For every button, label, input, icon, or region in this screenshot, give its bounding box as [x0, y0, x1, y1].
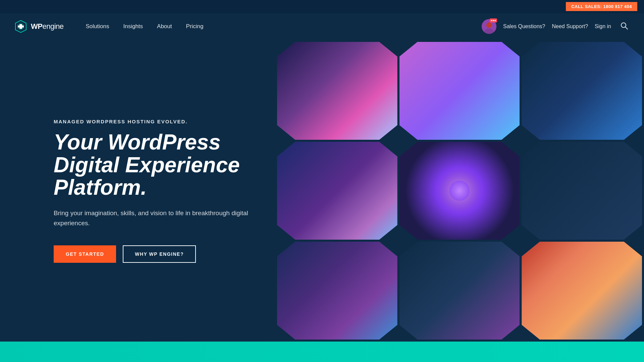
search-button[interactable]: [618, 19, 631, 34]
hero-content: MANAGED WORDPRESS HOSTING EVOLVED. Your …: [0, 40, 322, 342]
logo-link[interactable]: WPengine: [13, 19, 64, 34]
avatar-badge: ●●●: [490, 18, 497, 22]
svg-rect-4: [18, 25, 24, 27]
nav-pricing[interactable]: Pricing: [181, 20, 209, 33]
main-nav: WPengine Solutions Insights About Pricin…: [0, 13, 644, 40]
nav-insights[interactable]: Insights: [118, 20, 148, 33]
svg-line-9: [625, 27, 628, 29]
top-bar: CALL SALES: 1800 817 404: [0, 0, 644, 13]
sales-questions-link[interactable]: Sales Questions?: [503, 23, 545, 29]
call-sales-button[interactable]: CALL SALES: 1800 817 404: [566, 2, 637, 11]
mosaic-cell-9: [522, 242, 642, 340]
logo-icon: [13, 19, 28, 34]
hero-title: Your WordPress Digital Experience Platfo…: [54, 131, 268, 199]
nav-right: ●●● Sales Questions? Need Support? Sign …: [482, 19, 631, 34]
mosaic-cell-2: [399, 42, 520, 140]
hero-eyebrow: MANAGED WORDPRESS HOSTING EVOLVED.: [54, 119, 268, 124]
nav-about[interactable]: About: [152, 20, 177, 33]
mosaic-cell-5: [399, 142, 520, 240]
search-icon: [621, 22, 628, 29]
logo-text: WPengine: [31, 22, 64, 31]
why-wp-engine-button[interactable]: WHY WP ENGINE?: [123, 245, 196, 263]
hero-buttons: GET STARTED WHY WP ENGINE?: [54, 245, 268, 263]
sign-in-link[interactable]: Sign in: [595, 23, 611, 29]
hero-mosaic: [275, 40, 644, 342]
mosaic-cell-8: [399, 242, 520, 340]
nav-links: Solutions Insights About Pricing: [80, 20, 482, 33]
hero-subtitle: Bring your imagination, skills, and visi…: [54, 208, 262, 229]
hero-section: MANAGED WORDPRESS HOSTING EVOLVED. Your …: [0, 40, 644, 342]
get-started-button[interactable]: GET STARTED: [54, 245, 116, 263]
mosaic-cell-6: [522, 142, 642, 240]
avatar-wrap[interactable]: ●●●: [482, 19, 496, 34]
teal-bottom-bar: [0, 342, 644, 362]
mosaic-cell-3: [522, 42, 642, 140]
svg-point-6: [486, 22, 492, 28]
need-support-link[interactable]: Need Support?: [552, 23, 588, 29]
nav-solutions[interactable]: Solutions: [80, 20, 115, 33]
